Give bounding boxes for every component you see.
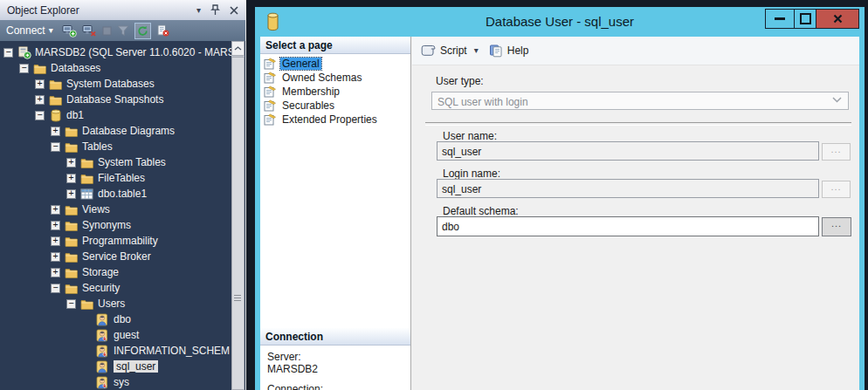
page-item-label: Extended Properties bbox=[280, 113, 379, 126]
dialog-titlebar[interactable]: Database User - sql_user bbox=[255, 7, 865, 37]
tree-item-label: guest bbox=[114, 329, 139, 341]
tree-item[interactable]: −Databases bbox=[0, 60, 231, 76]
folder-icon bbox=[80, 298, 93, 310]
folder-icon bbox=[80, 173, 93, 184]
tree-item-label: dbo bbox=[114, 313, 131, 325]
tree-item[interactable]: −MARSDB2 (SQL Server 11.0.6020 - MARSD bbox=[0, 44, 231, 60]
collapse-expander-icon[interactable]: − bbox=[35, 111, 45, 120]
tree-item[interactable]: +Programmability bbox=[0, 233, 231, 249]
expand-expander-icon[interactable]: + bbox=[35, 79, 45, 89]
default-schema-browse-button[interactable]: ... bbox=[822, 217, 851, 236]
refresh-button[interactable] bbox=[134, 23, 151, 39]
default-schema-label: Default schema: bbox=[443, 205, 519, 217]
tree-scrollbar[interactable] bbox=[231, 41, 245, 390]
connect-button[interactable]: Connect bbox=[6, 24, 45, 37]
object-explorer-title: Object Explorer bbox=[7, 4, 196, 17]
close-button[interactable] bbox=[816, 9, 859, 29]
tree-item[interactable]: sql_user bbox=[0, 359, 231, 374]
page-item-owned-schemas[interactable]: Owned Schemas bbox=[260, 71, 410, 85]
pin-icon[interactable] bbox=[210, 4, 220, 16]
page-item-extended-properties[interactable]: Extended Properties bbox=[260, 113, 410, 127]
tree-item[interactable]: dbo bbox=[0, 311, 231, 327]
folder-icon bbox=[65, 141, 78, 153]
page-item-membership[interactable]: Membership bbox=[260, 85, 410, 99]
folder-icon bbox=[65, 251, 78, 263]
page-item-label: Securables bbox=[280, 99, 336, 112]
tree-item-label: dbo.table1 bbox=[98, 188, 147, 200]
expand-expander-icon[interactable]: + bbox=[35, 95, 45, 105]
expand-expander-icon[interactable]: + bbox=[51, 236, 60, 246]
expand-expander-icon[interactable]: + bbox=[51, 221, 60, 230]
expand-expander-icon[interactable]: + bbox=[51, 127, 60, 136]
pages-panel: Select a page GeneralOwned SchemasMember… bbox=[260, 37, 411, 390]
tree-item[interactable]: +System Databases bbox=[0, 76, 231, 92]
connect-dropdown-icon[interactable]: ▾ bbox=[49, 26, 53, 35]
user-name-browse-button[interactable]: ... bbox=[822, 143, 851, 161]
collapse-expander-icon[interactable]: − bbox=[51, 284, 60, 293]
tree-item-label: Tables bbox=[82, 140, 113, 153]
filter-icon bbox=[117, 25, 129, 37]
page-item-securables[interactable]: Securables bbox=[260, 99, 410, 113]
window-position-icon[interactable]: ▾ bbox=[196, 6, 201, 15]
expand-expander-icon[interactable]: + bbox=[51, 268, 60, 277]
scroll-up-icon[interactable] bbox=[231, 41, 245, 56]
tree-item[interactable]: +Service Broker bbox=[0, 249, 231, 264]
connect-server-icon[interactable] bbox=[62, 24, 77, 38]
login-name-browse-button[interactable]: ... bbox=[822, 181, 851, 198]
tree-item[interactable]: +Database Snapshots bbox=[0, 92, 231, 107]
server-value: MARSDB2 bbox=[267, 363, 323, 375]
collapse-expander-icon[interactable]: − bbox=[66, 299, 76, 309]
user-disabled-icon bbox=[96, 329, 109, 342]
tree-item[interactable]: sys bbox=[0, 374, 231, 390]
script-dropdown-icon[interactable]: ▾ bbox=[474, 46, 479, 55]
disconnect-server-icon[interactable] bbox=[82, 24, 97, 38]
user-type-select[interactable]: SQL user with login bbox=[431, 92, 849, 110]
folder-icon bbox=[65, 283, 78, 294]
tree-item[interactable]: +Storage bbox=[0, 264, 231, 280]
chevron-down-icon bbox=[832, 97, 842, 103]
refresh-icon[interactable] bbox=[137, 25, 148, 37]
object-explorer-titlebar[interactable]: Object Explorer ▾ bbox=[0, 0, 245, 20]
tree-item[interactable]: −db1 bbox=[0, 107, 231, 123]
collapse-expander-icon[interactable]: − bbox=[3, 48, 13, 58]
tree-item[interactable]: −Users bbox=[0, 296, 231, 311]
script-error-icon[interactable] bbox=[156, 24, 169, 37]
collapse-expander-icon[interactable]: − bbox=[19, 64, 29, 73]
expand-expander-icon[interactable]: + bbox=[51, 205, 60, 215]
tree-item[interactable]: +dbo.table1 bbox=[0, 186, 231, 202]
minimize-button[interactable] bbox=[765, 9, 795, 29]
script-button[interactable]: Script bbox=[440, 44, 467, 57]
default-schema-field[interactable]: dbo bbox=[437, 216, 819, 236]
tree-item[interactable]: +Synonyms bbox=[0, 217, 231, 233]
object-explorer-tree: −MARSDB2 (SQL Server 11.0.6020 - MARSD−D… bbox=[0, 41, 231, 390]
expand-expander-icon[interactable]: + bbox=[66, 158, 76, 168]
tree-item[interactable]: +Views bbox=[0, 202, 231, 217]
expand-expander-icon[interactable]: + bbox=[66, 189, 76, 199]
dialog-window: Database User - sql_user Select a page G… bbox=[255, 7, 865, 390]
tree-item-label: sql_user bbox=[114, 360, 158, 373]
scrollbar-thumb[interactable] bbox=[231, 57, 245, 390]
dialog-main: Script ▾ Help User type: SQL user with l… bbox=[412, 37, 859, 390]
tree-item[interactable]: −Tables bbox=[0, 139, 231, 154]
user-name-field[interactable]: sql_user bbox=[437, 141, 819, 161]
help-button[interactable]: Help bbox=[507, 44, 529, 57]
expand-expander-icon[interactable]: + bbox=[51, 252, 60, 262]
tree-item[interactable]: INFORMATION_SCHEM bbox=[0, 343, 231, 359]
page-icon bbox=[264, 113, 277, 126]
tree-item[interactable]: +System Tables bbox=[0, 154, 231, 170]
folder-icon bbox=[65, 204, 78, 216]
close-icon[interactable] bbox=[230, 6, 238, 15]
page-item-general[interactable]: General bbox=[260, 57, 410, 71]
tree-item[interactable]: −Security bbox=[0, 280, 231, 296]
collapse-expander-icon[interactable]: − bbox=[51, 142, 60, 152]
maximize-button[interactable] bbox=[794, 9, 816, 29]
folder-icon bbox=[33, 63, 46, 74]
pages-panel-header: Select a page bbox=[260, 37, 410, 54]
tree-item[interactable]: +Database Diagrams bbox=[0, 123, 231, 139]
dialog-toolbar: Script ▾ Help bbox=[412, 37, 859, 65]
expand-expander-icon[interactable]: + bbox=[66, 174, 76, 183]
folder-icon bbox=[65, 126, 78, 137]
login-name-field[interactable]: sql_user bbox=[437, 179, 819, 198]
tree-item[interactable]: guest bbox=[0, 327, 231, 343]
tree-item[interactable]: +FileTables bbox=[0, 170, 231, 186]
